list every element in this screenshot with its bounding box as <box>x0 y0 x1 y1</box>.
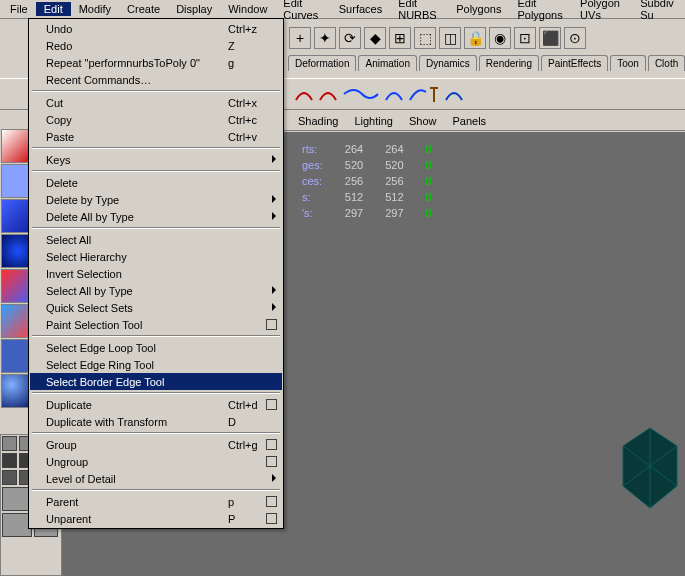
menu-item-select-hierarchy[interactable]: Select Hierarchy <box>30 248 282 265</box>
toolbar-icon[interactable]: ◉ <box>489 27 511 49</box>
shelf-tab-rendering[interactable]: Rendering <box>479 55 539 71</box>
menu-item-label: Copy <box>46 114 228 126</box>
option-box-icon[interactable] <box>266 319 277 330</box>
menu-item-delete-by-type[interactable]: Delete by Type <box>30 191 282 208</box>
menu-item-shortcut: Ctrl+x <box>228 97 278 109</box>
menu-item-keys[interactable]: Keys <box>30 151 282 168</box>
menu-item-label: Paste <box>46 131 228 143</box>
shelf-tab-toon[interactable]: Toon <box>610 55 646 71</box>
viewport-menu-lighting[interactable]: Lighting <box>346 115 401 127</box>
menu-file[interactable]: File <box>2 2 36 16</box>
menu-item-label: Redo <box>46 40 228 52</box>
menu-item-duplicate[interactable]: DuplicateCtrl+d <box>30 396 282 413</box>
stat-label: s: <box>292 190 333 204</box>
menu-item-select-border-edge-tool[interactable]: Select Border Edge Tool <box>30 373 282 390</box>
menu-item-undo[interactable]: UndoCtrl+z <box>30 20 282 37</box>
menu-modify[interactable]: Modify <box>71 2 119 16</box>
menu-item-shortcut: D <box>228 416 278 428</box>
menu-polygon-uvs[interactable]: Polygon UVs <box>572 0 632 22</box>
viewport-menu-show[interactable]: Show <box>401 115 445 127</box>
option-box-icon[interactable] <box>266 513 277 524</box>
menu-item-parent[interactable]: Parentp <box>30 493 282 510</box>
option-box-icon[interactable] <box>266 399 277 410</box>
heads-up-stats: rts:2642640ges:5205200ces:2562560s:51251… <box>290 140 444 222</box>
menu-edit-nurbs[interactable]: Edit NURBS <box>390 0 448 22</box>
menu-item-select-all[interactable]: Select All <box>30 231 282 248</box>
menu-item-label: Duplicate <box>46 399 228 411</box>
toolbar-icon[interactable]: ✦ <box>314 27 336 49</box>
menu-subdiv-su[interactable]: Subdiv Su <box>632 0 683 22</box>
viewport-menu-shading[interactable]: Shading <box>290 115 346 127</box>
menu-item-paste[interactable]: PasteCtrl+v <box>30 128 282 145</box>
stat-value: 297 <box>375 206 413 220</box>
stat-value: 0 <box>416 142 442 156</box>
menu-item-repeat-performnurbstopoly-0[interactable]: Repeat "performnurbsToPoly 0"g <box>30 54 282 71</box>
stat-value: 520 <box>335 158 373 172</box>
edit-menu-dropdown: UndoCtrl+zRedoZRepeat "performnurbsToPol… <box>28 18 284 529</box>
toolbar-icon[interactable]: ◫ <box>439 27 461 49</box>
menu-surfaces[interactable]: Surfaces <box>331 2 390 16</box>
menu-item-quick-select-sets[interactable]: Quick Select Sets <box>30 299 282 316</box>
menu-item-label: Select All <box>46 234 278 246</box>
toolbar-icon[interactable]: ⟳ <box>339 27 361 49</box>
menu-bar: FileEditModifyCreateDisplayWindowEdit Cu… <box>0 0 685 19</box>
menu-polygons[interactable]: Polygons <box>448 2 509 16</box>
menu-item-ungroup[interactable]: Ungroup <box>30 453 282 470</box>
menu-item-label: Delete All by Type <box>46 211 278 223</box>
toolbar-icon[interactable]: ◆ <box>364 27 386 49</box>
toolbar-icon[interactable]: + <box>289 27 311 49</box>
curve-tool-icons[interactable] <box>292 82 472 106</box>
menu-item-redo[interactable]: RedoZ <box>30 37 282 54</box>
option-box-icon[interactable] <box>266 496 277 507</box>
toolbar-icon[interactable]: 🔒 <box>464 27 486 49</box>
menu-item-label: Unparent <box>46 513 228 525</box>
menu-item-paint-selection-tool[interactable]: Paint Selection Tool <box>30 316 282 333</box>
menu-item-group[interactable]: GroupCtrl+g <box>30 436 282 453</box>
menu-edit-polygons[interactable]: Edit Polygons <box>509 0 572 22</box>
menu-item-level-of-detail[interactable]: Level of Detail <box>30 470 282 487</box>
menu-item-shortcut: Z <box>228 40 278 52</box>
submenu-arrow-icon <box>272 474 276 482</box>
menu-item-select-edge-loop-tool[interactable]: Select Edge Loop Tool <box>30 339 282 356</box>
shelf-tab-animation[interactable]: Animation <box>358 55 416 71</box>
toolbar-icon[interactable]: ⊡ <box>514 27 536 49</box>
menu-item-cut[interactable]: CutCtrl+x <box>30 94 282 111</box>
toolbar-icon[interactable]: ⊙ <box>564 27 586 49</box>
menu-item-label: Delete <box>46 177 278 189</box>
submenu-arrow-icon <box>272 155 276 163</box>
shelf-tab-dynamics[interactable]: Dynamics <box>419 55 477 71</box>
toolbar-icon[interactable]: ⬚ <box>414 27 436 49</box>
menu-item-duplicate-with-transform[interactable]: Duplicate with TransformD <box>30 413 282 430</box>
menu-item-label: Select All by Type <box>46 285 278 297</box>
option-box-icon[interactable] <box>266 456 277 467</box>
shelf-tab-deformation[interactable]: Deformation <box>288 55 356 71</box>
stat-value: 264 <box>335 142 373 156</box>
menu-item-label: Undo <box>46 23 228 35</box>
shelf-tab-painteffects[interactable]: PaintEffects <box>541 55 608 71</box>
menu-edit[interactable]: Edit <box>36 2 71 16</box>
viewport-primitive <box>615 426 685 516</box>
menu-display[interactable]: Display <box>168 2 220 16</box>
menu-item-copy[interactable]: CopyCtrl+c <box>30 111 282 128</box>
menu-item-invert-selection[interactable]: Invert Selection <box>30 265 282 282</box>
shelf-tab-cloth[interactable]: Cloth <box>648 55 685 71</box>
menu-item-label: Ungroup <box>46 456 278 468</box>
menu-item-label: Select Edge Ring Tool <box>46 359 278 371</box>
menu-item-shortcut: Ctrl+c <box>228 114 278 126</box>
menu-create[interactable]: Create <box>119 2 168 16</box>
stat-label: ges: <box>292 158 333 172</box>
toolbar-icon[interactable]: ⬛ <box>539 27 561 49</box>
menu-item-delete[interactable]: Delete <box>30 174 282 191</box>
menu-item-recent-commands[interactable]: Recent Commands… <box>30 71 282 88</box>
option-box-icon[interactable] <box>266 439 277 450</box>
menu-window[interactable]: Window <box>220 2 275 16</box>
stat-value: 0 <box>416 158 442 172</box>
viewport-menu-panels[interactable]: Panels <box>444 115 494 127</box>
toolbar-icon[interactable]: ⊞ <box>389 27 411 49</box>
menu-item-delete-all-by-type[interactable]: Delete All by Type <box>30 208 282 225</box>
stat-value: 0 <box>416 206 442 220</box>
menu-item-unparent[interactable]: UnparentP <box>30 510 282 527</box>
menu-item-select-all-by-type[interactable]: Select All by Type <box>30 282 282 299</box>
stat-value: 0 <box>416 190 442 204</box>
menu-item-select-edge-ring-tool[interactable]: Select Edge Ring Tool <box>30 356 282 373</box>
